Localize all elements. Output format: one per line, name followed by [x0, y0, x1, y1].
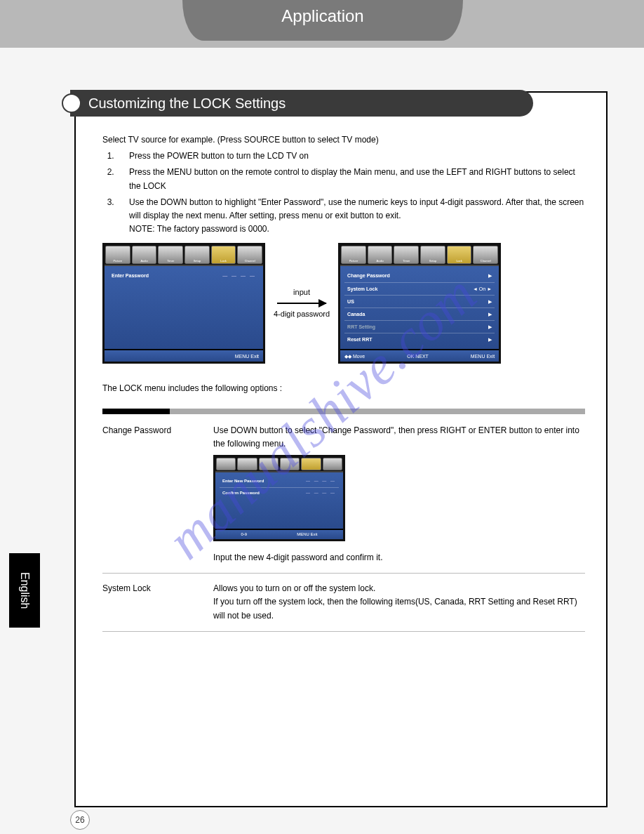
tab-timer: Timer — [394, 246, 419, 264]
osd-body: Enter Password — — — — — [105, 266, 263, 349]
osd-tabs-3 — [215, 457, 343, 472]
tab-channel: Channel — [473, 246, 498, 264]
row-arrow: ▶ — [488, 298, 492, 305]
tab-picture: Picture — [105, 246, 130, 264]
option-change-password: Change Password Use DOWN button to selec… — [102, 424, 585, 565]
opt-label: Change Password — [102, 424, 194, 565]
row-arrow: ▶ — [488, 310, 492, 318]
arrow-label-top: input — [293, 286, 310, 299]
opt-desc: Use DOWN button to select "Change Passwo… — [213, 425, 579, 449]
thin-divider — [102, 631, 585, 632]
tab-timer — [259, 458, 279, 470]
footer-exit: MENU Exit — [297, 531, 317, 538]
tab-timer: Timer — [158, 246, 183, 264]
opt-after: Input the new 4-digit password and confi… — [213, 551, 585, 564]
row-rrt-setting: RRT Setting — [347, 323, 375, 331]
osd-body-3: Enter New Password— — — — Confirm Passwo… — [215, 472, 343, 529]
row-reset-rrt: Reset RRT — [347, 336, 372, 343]
section-bullet — [62, 93, 81, 113]
row-system-lock: System Lock — [347, 285, 377, 293]
opt-body: Allows you to turn on or off the system … — [213, 582, 585, 623]
step-2: Press the MENU button on the remote cont… — [116, 166, 585, 192]
osd-screen-change-password: Enter New Password— — — — Confirm Passwo… — [213, 455, 345, 541]
tab-setup: Setup — [420, 246, 445, 264]
osd-footer: MENU Exit — [105, 349, 263, 362]
osd-tabs: Picture Audio Timer Setup Lock Channel — [105, 245, 263, 266]
row-confirm-password: Confirm Password — [222, 490, 260, 497]
page-frame: Customizing the LOCK Settings Select TV … — [74, 91, 608, 807]
tab-setup — [280, 458, 300, 470]
footer-move: ◆◆ Move — [344, 352, 365, 360]
tab-audio: Audio — [368, 246, 393, 264]
tab-lock — [301, 458, 321, 470]
section-header: Customizing the LOCK Settings — [70, 90, 533, 117]
tab-audio — [237, 458, 257, 470]
note-text: NOTE: The factory password is 0000. — [129, 224, 269, 234]
footer-exit: MENU Exit — [471, 352, 495, 360]
osd-body-2: Change Password▶ System Lock◄ On ► US▶ C… — [340, 266, 499, 349]
steps-list: Press the POWER button to turn the LCD T… — [116, 150, 585, 236]
arrow-label-bottom: 4-digit password — [274, 308, 330, 321]
row-new-password: Enter New Password — [222, 478, 264, 485]
footer-exit: MENU Exit — [235, 352, 259, 360]
options-intro: The LOCK menu includes the following opt… — [102, 382, 585, 395]
row-arrow: ▶ — [488, 272, 492, 279]
osd-screen-lock-menu: Picture Audio Timer Setup Lock Channel C… — [338, 243, 501, 364]
tab-lock: Lock — [211, 246, 236, 264]
osd-tabs-2: Picture Audio Timer Setup Lock Channel — [340, 245, 499, 266]
row-arrow: ▶ — [488, 336, 492, 343]
row-arrow: ▶ — [488, 323, 492, 331]
osd-screen-enter-password: Picture Audio Timer Setup Lock Channel E… — [102, 243, 265, 364]
tab-picture — [216, 458, 236, 470]
intro-text: Select TV source for example. (Press SOU… — [102, 133, 585, 147]
opt-label: System Lock — [102, 582, 194, 623]
password-dashes: — — — — — [222, 272, 256, 279]
thin-divider — [102, 573, 585, 574]
tab-picture: Picture — [341, 246, 366, 264]
step-3-text: Use the DOWN button to highlight "Enter … — [129, 197, 584, 220]
osd-footer-3: 0-9 MENU Exit — [215, 529, 343, 539]
tab-channel: Channel — [237, 246, 262, 264]
dashes: — — — — — [306, 490, 336, 497]
screens-row: Picture Audio Timer Setup Lock Channel E… — [102, 243, 585, 364]
row-change-password: Change Password — [347, 272, 390, 279]
language-tab: English — [9, 553, 40, 628]
page-number: 26 — [70, 810, 90, 830]
section-title: Customizing the LOCK Settings — [88, 95, 286, 112]
footer-numeric: 0-9 — [241, 531, 247, 538]
step-3: Use the DOWN button to highlight "Enter … — [116, 196, 585, 237]
dashes: — — — — — [306, 478, 336, 485]
option-system-lock: System Lock Allows you to turn on or off… — [102, 582, 585, 623]
tab-setup: Setup — [185, 246, 210, 264]
row-system-lock-value: ◄ On ► — [473, 285, 492, 293]
tab-audio: Audio — [132, 246, 157, 264]
divider-bar — [102, 409, 585, 414]
header-tab: Application — [182, 0, 463, 41]
row-canada: Canada — [347, 310, 365, 318]
opt-body: Use DOWN button to select "Change Passwo… — [213, 424, 585, 565]
input-arrow: input 4-digit password — [274, 286, 330, 321]
arrow-icon — [277, 303, 326, 304]
content: Select TV source for example. (Press SOU… — [102, 133, 585, 640]
tab-lock: Lock — [447, 246, 472, 264]
enter-password-label: Enter Password — [112, 272, 149, 279]
footer-next: OK NEXT — [407, 352, 429, 360]
osd-footer-2: ◆◆ Move OK NEXT MENU Exit — [340, 349, 499, 362]
row-us: US — [347, 298, 354, 305]
tab-channel — [323, 458, 342, 470]
step-1: Press the POWER button to turn the LCD T… — [116, 150, 585, 163]
